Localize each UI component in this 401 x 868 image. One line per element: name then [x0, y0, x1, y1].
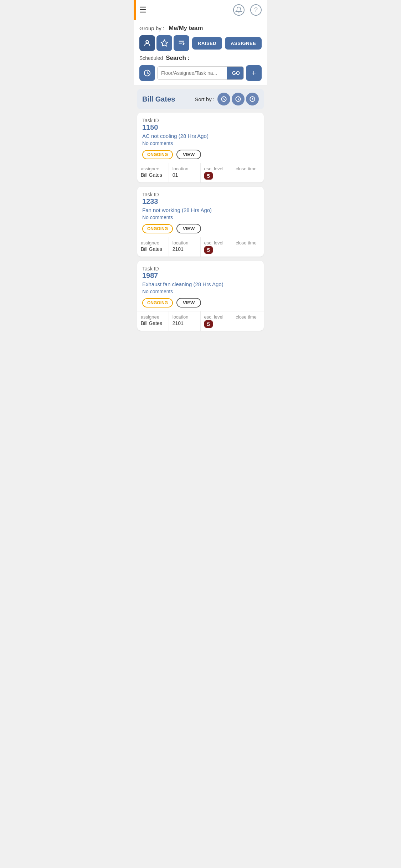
close-cell: close time — [232, 311, 264, 331]
orange-accent-bar — [134, 0, 136, 20]
location-cell: location 2101 — [169, 237, 201, 257]
task-description: Exhaust fan cleaning (28 Hrs Ago) — [142, 281, 259, 287]
esc-label: esc. level — [204, 240, 228, 246]
raised-button[interactable]: RAISED — [192, 37, 222, 50]
go-button[interactable]: GO — [227, 67, 244, 79]
status-badge: ONGOING — [142, 150, 173, 159]
assignee-cell: assignee Bill Gates — [137, 311, 169, 331]
menu-icon[interactable]: ☰ — [139, 5, 146, 15]
sort-buttons — [217, 93, 259, 105]
esc-cell: esc. level 5 — [201, 237, 232, 257]
star-view-button[interactable] — [156, 35, 172, 51]
view-button[interactable]: VIEW — [176, 298, 201, 308]
location-label: location — [173, 240, 197, 246]
task-meta: assignee Bill Gates location 2101 esc. l… — [137, 311, 264, 331]
task-actions: ONGOING VIEW — [142, 150, 259, 159]
task-actions: ONGOING VIEW — [142, 298, 259, 308]
task-description: AC not cooling (28 Hrs Ago) — [142, 133, 259, 139]
top-bar-left: ☰ — [139, 5, 146, 15]
location-label: location — [173, 314, 197, 320]
sort-view-button[interactable] — [174, 35, 189, 51]
notification-icon[interactable] — [233, 4, 245, 16]
task-time-ago: (28 Hrs Ago) — [179, 133, 209, 139]
task-comments: No comments — [142, 140, 259, 146]
task-id-value: 1233 — [142, 197, 259, 206]
assignee-label: assignee — [141, 240, 165, 246]
task-id-label: Task ID — [142, 266, 259, 272]
esc-cell: esc. level 5 — [201, 311, 232, 331]
assignee-button[interactable]: ASSIGNEE — [225, 37, 262, 50]
esc-value: 5 — [204, 320, 228, 328]
svg-marker-1 — [161, 40, 168, 46]
view-type-buttons — [139, 35, 189, 51]
assignee-value: Bill Gates — [141, 246, 165, 252]
search-row: GO + — [139, 65, 262, 81]
view-button[interactable]: VIEW — [176, 224, 201, 233]
help-icon[interactable]: ? — [250, 4, 262, 16]
esc-cell: esc. level 5 — [201, 163, 232, 182]
task-meta: assignee Bill Gates location 01 esc. lev… — [137, 163, 264, 182]
esc-label: esc. level — [204, 166, 228, 171]
close-label: close time — [236, 314, 260, 320]
location-value: 01 — [173, 172, 197, 178]
location-label: location — [173, 166, 197, 171]
assignee-value: Bill Gates — [141, 172, 165, 178]
assignee-cell: assignee Bill Gates — [137, 163, 169, 182]
search-label: Search : — [166, 55, 190, 62]
task-body-0: Task ID 1150 AC not cooling (28 Hrs Ago)… — [137, 113, 264, 163]
close-cell: close time — [232, 237, 264, 257]
esc-value: 5 — [204, 171, 228, 180]
location-cell: location 01 — [169, 163, 201, 182]
clock-button[interactable] — [139, 65, 155, 81]
group-by-value: Me/My team — [169, 25, 203, 32]
filter-section: Group by : Me/My team — [134, 20, 267, 86]
sort-controls: Sort by : — [195, 93, 259, 105]
sort-btn-2[interactable] — [232, 93, 245, 105]
task-time-ago: (28 Hrs Ago) — [193, 281, 223, 287]
assignee-cell: assignee Bill Gates — [137, 237, 169, 257]
task-description: Fan not working (28 Hrs Ago) — [142, 207, 259, 213]
task-time-ago: (28 Hrs Ago) — [182, 207, 212, 213]
scheduled-search-row: Scheduled Search : — [139, 55, 262, 62]
add-task-button[interactable]: + — [246, 65, 262, 81]
sort-btn-1[interactable] — [217, 93, 230, 105]
task-card: Task ID 1150 AC not cooling (28 Hrs Ago)… — [137, 113, 264, 182]
location-value: 2101 — [173, 246, 197, 252]
task-card: Task ID 1987 Exhaust fan cleaning (28 Hr… — [137, 261, 264, 331]
group-by-row: Group by : Me/My team — [139, 25, 262, 32]
sort-btn-3[interactable] — [246, 93, 259, 105]
task-id-label: Task ID — [142, 192, 259, 197]
group-header: Bill Gates Sort by : — [137, 89, 264, 109]
content-area: Bill Gates Sort by : — [134, 86, 267, 339]
status-badge: ONGOING — [142, 224, 173, 233]
status-badge: ONGOING — [142, 298, 173, 308]
task-actions: ONGOING VIEW — [142, 224, 259, 233]
task-list: Task ID 1150 AC not cooling (28 Hrs Ago)… — [137, 113, 264, 331]
search-input-wrap: GO — [157, 66, 244, 80]
esc-label: esc. level — [204, 314, 228, 320]
task-comments: No comments — [142, 289, 259, 294]
task-meta: assignee Bill Gates location 2101 esc. l… — [137, 237, 264, 257]
view-button[interactable]: VIEW — [176, 150, 201, 159]
task-id-value: 1987 — [142, 272, 259, 280]
top-bar-right: ? — [233, 4, 262, 16]
scheduled-label: Scheduled — [139, 55, 163, 61]
group-by-label: Group by : — [139, 25, 164, 31]
location-value: 2101 — [173, 320, 197, 326]
sort-by-label: Sort by : — [195, 96, 215, 102]
search-input[interactable] — [158, 67, 227, 79]
task-id-label: Task ID — [142, 118, 259, 123]
task-card: Task ID 1233 Fan not working (28 Hrs Ago… — [137, 187, 264, 257]
assignee-label: assignee — [141, 314, 165, 320]
location-cell: location 2101 — [169, 311, 201, 331]
person-view-button[interactable] — [139, 35, 155, 51]
assignee-label: assignee — [141, 166, 165, 171]
task-body-2: Task ID 1987 Exhaust fan cleaning (28 Hr… — [137, 261, 264, 311]
top-bar: ☰ ? — [134, 0, 267, 20]
task-id-value: 1150 — [142, 123, 259, 131]
group-name: Bill Gates — [142, 95, 175, 103]
assignee-value: Bill Gates — [141, 320, 165, 326]
close-label: close time — [236, 166, 260, 171]
close-label: close time — [236, 240, 260, 246]
close-cell: close time — [232, 163, 264, 182]
